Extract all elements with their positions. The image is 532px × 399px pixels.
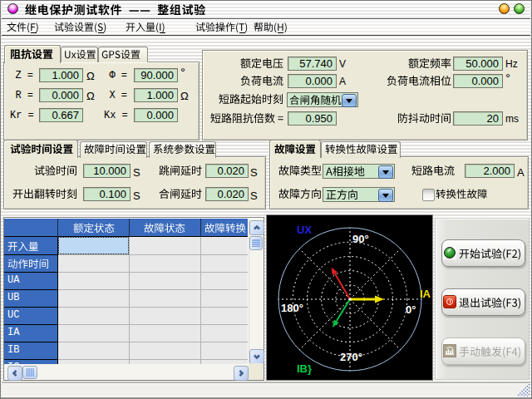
svg-text:0°: 0° bbox=[406, 303, 416, 316]
svg-text:90°: 90° bbox=[352, 233, 369, 245]
svg-text:UX: UX bbox=[297, 224, 312, 236]
svg-text:IB}: IB} bbox=[297, 362, 312, 375]
svg-text:IA: IA bbox=[420, 288, 431, 300]
svg-text:270°: 270° bbox=[340, 351, 362, 363]
svg-text:180°: 180° bbox=[281, 302, 303, 314]
